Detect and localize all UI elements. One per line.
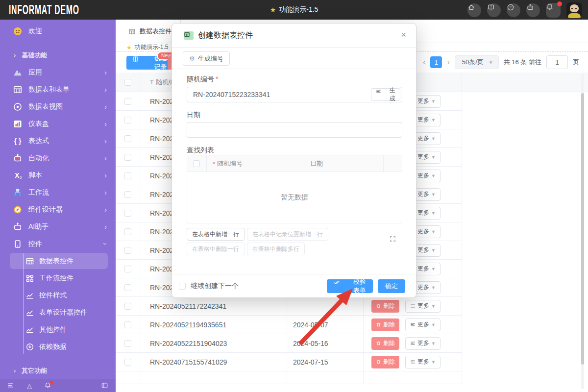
top-actions: ? ? [467, 2, 582, 18]
sidebar-item-label: 脚本 [28, 171, 42, 180]
bell-icon[interactable] [546, 3, 561, 18]
goto-page-input[interactable] [546, 55, 568, 69]
generate-button[interactable]: 生成 [371, 88, 400, 101]
robot-icon [13, 222, 23, 232]
add-row-at-position-button[interactable]: 在表格中记录位置新增一行 [247, 228, 328, 241]
script-icon: X2 [13, 171, 23, 180]
delete-row-button[interactable]: 在表格中删除一行 [187, 243, 245, 255]
delete-button[interactable]: 删除 [371, 356, 399, 368]
sidebar-item-scripts[interactable]: X2脚本› [0, 167, 116, 184]
row-checkbox[interactable] [124, 247, 131, 254]
sidebar-item-other-controls[interactable]: 其他控件 [0, 321, 116, 338]
svg-text:{ }: { } [14, 138, 22, 145]
row-checkbox[interactable] [124, 340, 131, 347]
sidebar-item-workflow[interactable]: 工作流› [0, 184, 116, 201]
chevron-down-icon: ▼ [431, 173, 436, 178]
total-count: 共 16 条 前往 [504, 58, 541, 67]
delete-rows-button[interactable]: 在表格中删除多行 [247, 243, 305, 255]
sidebar-item-label: 表达式 [28, 137, 49, 146]
row-checkbox[interactable] [124, 154, 131, 161]
bell-icon[interactable] [44, 382, 52, 390]
row-checkbox[interactable] [124, 98, 131, 105]
row-date-cell: 2024-05-07 [287, 316, 364, 334]
row-checkbox[interactable] [124, 117, 131, 123]
row-checkbox[interactable] [124, 284, 131, 291]
sidebar-item-ai-assistant[interactable]: AI助手› [0, 218, 116, 235]
delete-button[interactable]: 删除 [371, 337, 399, 350]
row-checkbox[interactable] [124, 266, 131, 272]
next-page-button[interactable]: › [447, 58, 449, 67]
sidebar-item-dependent-data[interactable]: 依赖数据› [0, 338, 116, 355]
more-button[interactable]: 更多▼ [405, 318, 441, 331]
row-checkbox[interactable] [124, 191, 131, 198]
delete-button[interactable]: 删除 [371, 318, 399, 331]
sidebar-item-application[interactable]: 应用› [0, 64, 116, 81]
page-unit: 页 [573, 58, 579, 67]
sidebar-item-other-functions[interactable]: ›其它功能 [0, 362, 116, 379]
row-id-cell: RN-20240521194935651 [141, 316, 287, 334]
panel-icon[interactable] [101, 382, 109, 390]
sidebar-item-label: 工作流控件 [39, 274, 74, 283]
row-checkbox-cell [116, 334, 141, 352]
date-input[interactable] [187, 122, 402, 138]
chart-line-icon [25, 308, 34, 317]
help-icon[interactable]: ? [507, 3, 520, 17]
chevron-right-icon: › [104, 154, 107, 162]
scrollbar-thumb[interactable] [581, 93, 584, 365]
filter-icon[interactable]: T [150, 79, 153, 86]
select-all-checkbox[interactable] [124, 79, 131, 86]
page-size-select[interactable]: 50条/页▼ [455, 55, 499, 69]
chat-icon[interactable]: ? [487, 3, 501, 17]
chevron-right-icon: › [104, 223, 107, 230]
sidebar-item-data-table-control[interactable]: 数据表控件 [0, 252, 116, 270]
row-id-cell: RN-20240715155741029 [141, 353, 287, 371]
row-checkbox[interactable] [124, 210, 131, 217]
row-checkbox[interactable] [124, 303, 131, 310]
sidebar-item-control-styles[interactable]: 控件样式 [0, 287, 116, 304]
sidebar-item-expressions[interactable]: { }表达式› [0, 132, 116, 149]
sidebar-item-data-table-views[interactable]: 数据表视图› [0, 98, 116, 115]
more-button[interactable]: 更多▼ [405, 356, 441, 368]
validate-form-button[interactable]: 校验表单 [327, 279, 373, 293]
home-icon[interactable] [467, 3, 481, 17]
sidebar-item-controls[interactable]: 控件› [0, 235, 116, 252]
menu-icon[interactable] [7, 382, 15, 390]
row-checkbox[interactable] [124, 359, 131, 366]
row-checkbox[interactable] [124, 321, 131, 328]
chevron-right-icon: › [104, 189, 107, 196]
row-checkbox[interactable] [124, 172, 131, 179]
triangle-icon[interactable]: △ [25, 382, 33, 390]
fullscreen-icon[interactable] [389, 235, 396, 243]
add-row-button[interactable]: 在表格中新增一行 [187, 228, 245, 241]
more-button[interactable]: 更多▼ [405, 300, 441, 313]
sidebar-item-automation[interactable]: 自动化› [0, 149, 116, 167]
sidebar-item-basic-functions[interactable]: ›基础功能 [0, 47, 116, 64]
sidebar-item-component-designer[interactable]: 组件设计器› [0, 201, 116, 218]
more-button[interactable]: 更多▼ [405, 337, 441, 350]
generate-number-button[interactable]: ⚙ 生成编号 [183, 51, 230, 66]
chart-line-icon [25, 291, 34, 300]
continue-create-checkbox[interactable] [179, 283, 186, 290]
lookup-select-all-checkbox[interactable] [193, 160, 200, 167]
row-checkbox[interactable] [124, 228, 131, 235]
sidebar-item-dashboard[interactable]: 仪表盘› [0, 115, 116, 132]
close-icon[interactable]: × [401, 30, 406, 39]
sidebar-item-welcome[interactable]: 欢迎 [0, 23, 116, 40]
prev-page-button[interactable]: ‹ [423, 58, 425, 67]
workflow-icon [13, 188, 23, 197]
ok-button[interactable]: 确定 [378, 279, 405, 293]
sidebar-item-label: 数据表和表单 [28, 85, 70, 94]
current-page[interactable]: 1 [430, 56, 442, 68]
delete-button[interactable]: 删除 [371, 300, 399, 313]
random-number-input[interactable] [187, 87, 402, 102]
robot-icon[interactable] [526, 3, 540, 17]
svg-text:?: ? [490, 5, 492, 8]
table-row: RN-202405221519040232024-05-16删除更多▼ [116, 334, 462, 353]
avatar[interactable] [566, 2, 582, 18]
sidebar-item-form-designer-controls[interactable]: 表单设计器控件 [0, 304, 116, 321]
sidebar-item-data-tables-forms[interactable]: 数据表和表单› [0, 81, 116, 98]
notification-dot [557, 1, 562, 6]
row-checkbox[interactable] [124, 135, 131, 142]
vertical-scrollbar[interactable] [581, 74, 584, 389]
sidebar-item-workflow-control[interactable]: 工作流控件 [0, 270, 116, 287]
